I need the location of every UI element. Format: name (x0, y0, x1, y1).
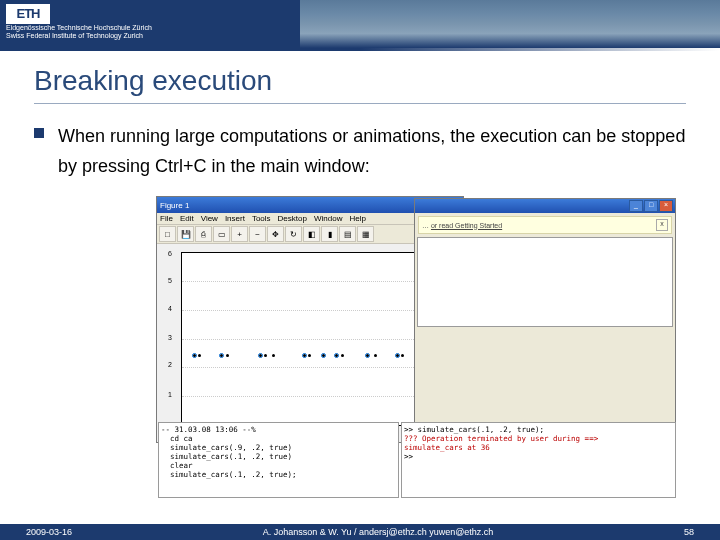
pointer-icon[interactable]: ▭ (213, 226, 230, 242)
command-history[interactable]: -- 31.03.08 13:06 --% cd ca simulate_car… (158, 422, 399, 498)
logo-subtitle: Eidgenössische Technische Hochschule Zür… (6, 24, 152, 40)
zoomin-icon[interactable]: + (231, 226, 248, 242)
pan-icon[interactable]: ✥ (267, 226, 284, 242)
banner-image (300, 0, 720, 48)
logo: ETH Eidgenössische Technische Hochschule… (6, 4, 152, 40)
rotate-icon[interactable]: ↻ (285, 226, 302, 242)
workspace-panel (417, 237, 673, 327)
colorbar-icon[interactable]: ▮ (321, 226, 338, 242)
title-rule (34, 103, 686, 104)
info-text: … or read Getting Started (422, 222, 502, 229)
screenshot: Figure 1 _ □ × FileEditViewInsertToolsDe… (156, 196, 676, 498)
page-title: Breaking execution (34, 65, 686, 97)
logo-mark: ETH (6, 4, 50, 24)
header: ETH Eidgenössische Technische Hochschule… (0, 0, 720, 48)
footer-center: A. Johansson & W. Yu / andersj@ethz.ch y… (263, 527, 494, 537)
datacursor-icon[interactable]: ◧ (303, 226, 320, 242)
save-icon[interactable]: 💾 (177, 226, 194, 242)
info-close-icon[interactable]: x (656, 219, 668, 231)
footer: 2009-03-16 A. Johansson & W. Yu / anders… (0, 524, 720, 540)
new-icon[interactable]: □ (159, 226, 176, 242)
maximize-icon[interactable]: □ (644, 200, 658, 212)
footer-page: 58 (684, 527, 694, 537)
minimize-icon[interactable]: _ (629, 200, 643, 212)
legend-icon[interactable]: ▤ (339, 226, 356, 242)
zoomout-icon[interactable]: − (249, 226, 266, 242)
console-area: -- 31.03.08 13:06 --% cd ca simulate_car… (158, 422, 676, 498)
bullet-item: When running large computations or anima… (34, 122, 686, 181)
figure-title: Figure 1 (160, 201, 189, 210)
bullet-icon (34, 128, 44, 138)
footer-date: 2009-03-16 (26, 527, 72, 537)
matlab-titlebar: _ □ × (415, 199, 675, 213)
print-icon[interactable]: ⎙ (195, 226, 212, 242)
axes-icon[interactable]: ▦ (357, 226, 374, 242)
bullet-text: When running large computations or anima… (58, 122, 686, 181)
close-icon[interactable]: × (659, 200, 673, 212)
command-window[interactable]: >> simulate_cars(.1, .2, true); ??? Oper… (401, 422, 676, 498)
info-strip: … or read Getting Started x (418, 216, 672, 234)
